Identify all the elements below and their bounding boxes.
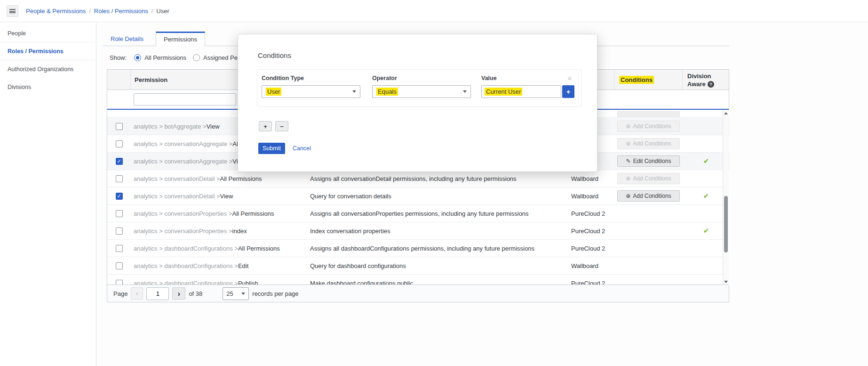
breadcrumb-separator: /	[89, 8, 91, 15]
description-cell: Assigns all dashboardConfigurations perm…	[306, 245, 567, 252]
add-conditions-button[interactable]: ⊕Add Conditions	[617, 190, 680, 202]
conditions-button-label: Add Conditions	[633, 123, 671, 130]
add-value-button[interactable]: +	[562, 85, 574, 98]
conditions-button-label: Add Conditions	[633, 193, 671, 199]
plus-circle-icon: ⊕	[626, 123, 630, 129]
sidebar-item-people[interactable]: People	[0, 24, 96, 42]
row-checkbox[interactable]	[116, 210, 123, 217]
conditions-cell: ⊕Add Conditions	[614, 190, 683, 202]
product-cell: PureCloud 2	[567, 228, 614, 235]
row-checkbox[interactable]	[116, 123, 123, 130]
scroll-up-icon[interactable]	[724, 112, 728, 114]
chevron-down-icon	[463, 90, 467, 93]
table-row: analytics > dashboardConfigurations > Ed…	[107, 257, 730, 275]
permission-prefix: analytics > conversationProperties >	[134, 228, 232, 235]
table-row: analytics > dashboardConfigurations > Pu…	[107, 275, 730, 285]
permission-name: View	[207, 123, 220, 130]
row-checkbox[interactable]	[116, 228, 123, 235]
permission-cell: analytics > conversationProperties > ind…	[131, 228, 306, 235]
operator-label: Operator	[372, 75, 471, 81]
condition-type-label: Condition Type	[262, 75, 360, 81]
permission-prefix: analytics > conversationDetail >	[134, 175, 220, 182]
permission-cell: analytics > dashboardConfigurations > Ed…	[131, 262, 306, 269]
add-conditions-button: ⊕Add Conditions	[617, 173, 680, 184]
permission-name: All Permissions	[232, 210, 274, 217]
sidebar-item-roles-permissions[interactable]: Roles / Permissions	[0, 42, 96, 60]
operator-field: Operator Equals	[372, 75, 471, 98]
permission-filter-input[interactable]	[134, 93, 236, 106]
row-checkbox[interactable]	[116, 262, 123, 269]
page-size-select[interactable]: 25	[223, 287, 249, 300]
add-conditions-button: ⊕Add Conditions	[617, 121, 680, 132]
modal-title: Conditions	[258, 51, 291, 59]
radio-all-permissions[interactable]: All Permissions	[134, 54, 186, 61]
conditions-cell: ⊕Add Conditions	[614, 173, 683, 184]
row-checkbox[interactable]	[116, 175, 123, 182]
permission-cell: analytics > conversationDetail > View	[131, 193, 306, 200]
scroll-down-icon[interactable]	[724, 281, 728, 283]
help-icon[interactable]: ?	[708, 81, 714, 88]
scrollbar-thumb[interactable]	[724, 196, 728, 252]
header-checkbox-cell	[107, 70, 131, 89]
breadcrumb: People & Permissions / Roles / Permissio…	[26, 0, 169, 22]
breadcrumb-link-people-permissions[interactable]: People & Permissions	[26, 8, 86, 15]
product-cell: PureCloud 2	[567, 210, 614, 217]
permission-prefix: analytics > dashboardConfigurations >	[134, 262, 238, 269]
prev-page-button[interactable]: ‹	[131, 287, 143, 300]
radio-label: All Permissions	[144, 54, 186, 61]
row-checkbox[interactable]: ✓	[116, 158, 123, 165]
product-cell: Wallboard	[567, 262, 614, 269]
plus-circle-icon: ⊕	[626, 141, 630, 146]
value-label: Value	[481, 75, 574, 81]
add-condition-row-button[interactable]: +	[259, 121, 272, 131]
menu-button[interactable]	[7, 5, 18, 17]
page: People & Permissions / Roles / Permissio…	[0, 0, 868, 366]
pencil-icon: ✎	[626, 158, 631, 164]
row-checkbox[interactable]: ✓	[116, 193, 123, 200]
table-scrollbar[interactable]	[723, 110, 729, 285]
row-checkbox[interactable]	[116, 140, 123, 147]
condition-value-input[interactable]: Current User	[481, 85, 561, 98]
show-label: Show:	[110, 54, 127, 61]
permission-prefix: analytics > botAggregate >	[134, 123, 207, 130]
row-checkbox[interactable]	[116, 245, 123, 252]
sidebar-item-divisions[interactable]: Divisions	[0, 78, 96, 96]
permission-prefix: analytics > conversationAggregate >	[134, 140, 232, 147]
conditions-header-highlight: Conditions	[619, 76, 654, 84]
table-row: analytics > dashboardConfigurations > Al…	[107, 240, 730, 257]
header-division-aware: Division Aware?	[683, 70, 730, 89]
conditions-button-label: Add Conditions	[633, 175, 671, 182]
remove-condition-row-button[interactable]: −	[275, 121, 288, 131]
edit-conditions-button[interactable]: ✎Edit Conditions	[617, 155, 680, 167]
sidebar-item-authorized-organizations[interactable]: Authorized Organizations	[0, 60, 96, 78]
pagination: Page ‹ › of 38 25 records per page	[107, 285, 729, 302]
operator-select[interactable]: Equals	[372, 85, 471, 98]
tab-role-details[interactable]: Role Details	[103, 33, 151, 46]
condition-type-select[interactable]: User	[262, 85, 360, 98]
radio-unselected-icon	[193, 54, 200, 61]
permission-prefix: analytics > conversationDetail >	[134, 193, 220, 200]
value-field: Value Current User +	[481, 75, 574, 98]
condition-type-field: Condition Type User	[262, 75, 360, 98]
topbar: People & Permissions / Roles / Permissio…	[0, 0, 868, 22]
header-conditions: Conditions	[614, 70, 683, 89]
next-page-button[interactable]: ›	[172, 287, 185, 300]
permission-name: All Permissions	[238, 245, 280, 252]
product-cell: PureCloud 2	[567, 245, 614, 252]
page-count-label: of 38	[189, 290, 202, 297]
condition-row-controls: + −	[259, 121, 288, 131]
description-cell: Assigns all conversationProperties permi…	[306, 210, 567, 217]
plus-circle-icon: ⊕	[626, 176, 630, 181]
tab-permissions[interactable]: Permissions	[156, 32, 205, 46]
table-row: analytics > conversationProperties > ind…	[107, 222, 730, 240]
breadcrumb-link-roles-permissions[interactable]: Roles / Permissions	[94, 8, 148, 15]
cancel-link[interactable]: Cancel	[293, 145, 311, 152]
condition-type-value: User	[266, 88, 281, 96]
division-aware-check-icon: ✔	[703, 157, 709, 165]
permission-cell: analytics > dashboardConfigurations > Al…	[131, 245, 306, 252]
operator-value: Equals	[376, 88, 398, 96]
table-row: ✓ analytics > conversationDetail > View …	[107, 187, 730, 205]
submit-button[interactable]: Submit	[258, 143, 285, 154]
condition-value-text: Current User	[485, 88, 522, 96]
page-number-input[interactable]	[146, 287, 169, 300]
